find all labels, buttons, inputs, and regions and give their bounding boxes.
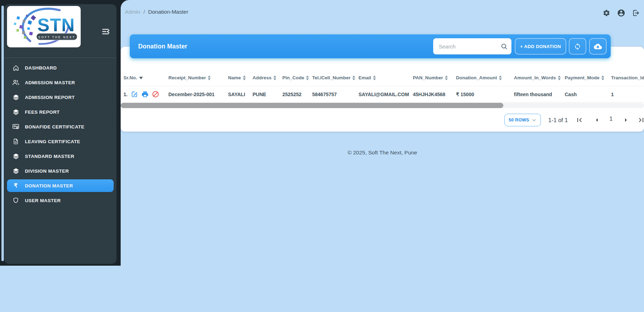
column-header-name[interactable]: Name [228,75,253,80]
settings-button[interactable] [602,9,611,17]
sidebar-collapse-button[interactable] [100,25,112,38]
table-row: 1. December-2025-001 SAYALI PUNE 2525252… [121,86,644,102]
home-icon [12,64,20,72]
sidebar-scrollbar[interactable] [1,6,4,261]
breadcrumb: Admin / Donation-Master [125,9,188,15]
next-page-button[interactable] [622,116,630,124]
sidebar-item-label: ADMISSION REPORT [25,95,75,100]
last-page-icon [637,116,644,124]
column-header-transaction-id[interactable]: Transaction_Id [611,75,644,80]
cloud-download-icon [594,42,602,51]
sidebar-item-fees-report[interactable]: FEES REPORT [4,105,116,119]
logo-text: STN [38,15,75,35]
breadcrumb-separator: / [143,9,145,15]
add-donation-button[interactable]: + ADD DONATION [515,38,566,54]
edit-button[interactable] [131,91,138,98]
layers-icon [12,108,20,116]
sidebar-item-label: DIVISION MASTER [25,168,69,174]
column-header-donation-amount[interactable]: Donation_Amount [456,75,514,80]
sidebar-item-label: DASHBOARD [25,65,57,71]
cell-tel-cell-number: 584675757 [312,92,358,97]
sort-icon [558,75,561,80]
sidebar-item-label: LEAVING CERTIFICATE [25,139,80,144]
people-icon [12,79,20,86]
export-download-button[interactable] [589,38,606,54]
sort-icon [499,75,502,80]
refresh-button[interactable] [569,38,586,54]
cell-address: PUNE [253,92,282,97]
logout-button[interactable] [632,9,640,17]
layers-icon [12,93,20,101]
column-header-amount-in-words[interactable]: Amount_In_Words [514,75,565,80]
layers-icon [12,152,20,160]
pagination-bar: 50 ROWS 1-1 of 1 1 [121,108,644,132]
topbar-actions [602,9,640,17]
account-button[interactable] [617,9,625,17]
layers-icon [12,167,20,175]
column-header-pin-code[interactable]: Pin_Code [282,75,312,80]
horizontal-scrollbar-thumb[interactable] [121,103,503,108]
sort-icon [373,75,376,80]
sidebar-item-division-master[interactable]: DIVISION MASTER [4,164,116,178]
sidebar-item-label: ADMISSION MASTER [25,80,75,85]
sort-desc-icon [139,77,143,79]
cell-donation-amount: ₹ 15000 [456,92,514,97]
block-button[interactable] [152,91,159,98]
sidebar-nav: DASHBOARD ADMISSION MASTER ADMISSION REP… [4,60,116,208]
first-page-icon [575,116,584,124]
breadcrumb-admin-link[interactable]: Admin [125,9,140,15]
cell-payment-mode: Cash [565,92,611,97]
sort-icon [273,75,276,80]
row-actions: 1. [123,91,168,98]
next-page-icon [622,116,630,124]
column-header-receipt-number[interactable]: Receipt_Number [168,75,228,80]
sort-icon [601,75,604,80]
cell-amount-in-words: fifteen thousand [514,92,565,97]
certificate-icon [12,123,20,131]
sidebar-item-admission-report[interactable]: ADMISSION REPORT [4,90,116,105]
pagination-range: 1-1 of 1 [539,108,577,132]
first-page-button[interactable] [575,116,584,124]
sidebar-item-bonafide-certificate[interactable]: BONAFIDE CERTIFICATE [4,119,116,134]
block-icon [152,91,159,98]
current-page-number: 1 [606,116,616,122]
last-page-button[interactable] [637,116,644,124]
sidebar-item-donation-master[interactable]: ₹ DONATION MASTER [7,179,114,192]
sidebar-item-leaving-certificate[interactable]: LEAVING CERTIFICATE [4,134,116,149]
print-button[interactable] [141,91,149,98]
collapse-menu-icon [101,27,111,36]
edit-icon [131,91,138,98]
rupee-icon: ₹ [12,182,20,190]
column-header-pan-number[interactable]: PAN_Number [413,75,456,80]
horizontal-scrollbar-track[interactable] [121,103,644,108]
sidebar-item-admission-master[interactable]: ADMISSION MASTER [4,75,116,90]
column-header-tel-cell-number[interactable]: Tel./Cell_Number [312,75,358,80]
sidebar-item-user-master[interactable]: USER MASTER [4,193,116,208]
previous-page-button[interactable] [593,116,601,124]
footer-copyright: © 2025, Soft The Next, Pune [121,150,644,156]
column-header-sr-no[interactable]: Sr.No. [123,75,168,80]
column-header-payment-mode[interactable]: Payment_Mode [565,75,611,80]
gear-icon [603,9,610,17]
breadcrumb-current: Donation-Master [148,9,188,15]
column-header-email[interactable]: Email [358,75,413,80]
cell-name: SAYALI [228,92,253,97]
logo-tagline: SOFT THE NEXT [38,35,75,39]
donation-master-page: STN SOFT THE NEXT DASHBOARD [0,0,644,312]
sidebar-item-label: FEES REPORT [25,109,60,115]
sort-icon [306,75,309,80]
column-header-address[interactable]: Address [253,75,282,80]
sidebar-item-label: USER MASTER [25,198,61,203]
sort-icon [352,75,355,80]
search-input[interactable] [438,43,501,50]
search-icon[interactable] [501,43,508,50]
sidebar-item-label: DONATION MASTER [25,183,73,188]
logout-icon [632,9,640,17]
previous-page-icon [593,116,601,124]
rows-per-page-button[interactable]: 50 ROWS [504,114,541,126]
sidebar-item-standard-master[interactable]: STANDARD MASTER [4,149,116,164]
cell-receipt-number: December-2025-001 [168,92,228,97]
cell-transaction-id: 1 [611,92,644,97]
sidebar-item-dashboard[interactable]: DASHBOARD [4,60,116,75]
cell-pin-code: 2525252 [282,92,312,97]
